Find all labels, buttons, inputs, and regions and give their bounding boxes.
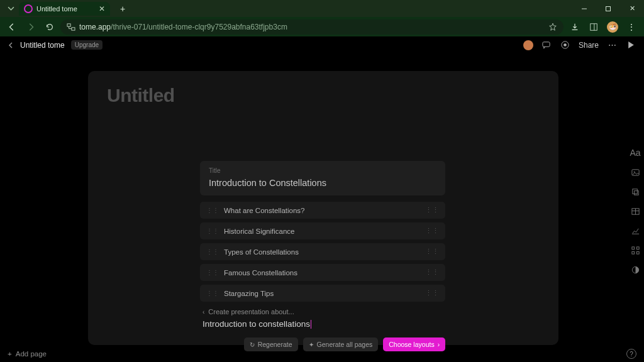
help-button[interactable]: ? bbox=[626, 349, 636, 359]
side-panel-icon[interactable] bbox=[585, 18, 602, 36]
section-item[interactable]: ⋮⋮Stargazing Tips⋮⋮ bbox=[200, 285, 445, 302]
content-area: Untitled Aa Title Introduction to Conste… bbox=[0, 53, 644, 362]
bookmark-icon[interactable] bbox=[548, 23, 557, 31]
comments-icon[interactable] bbox=[541, 40, 552, 51]
chrome-titlebar: Untitled tome ✕ + ✕ bbox=[0, 0, 644, 17]
chrome-toolbar: tome.app/thrive-071/untitled-tome-clqr9y… bbox=[0, 17, 644, 36]
chevron-left-icon: ‹ bbox=[203, 309, 204, 315]
section-item[interactable]: ⋮⋮What are Constellations?⋮⋮ bbox=[200, 202, 445, 219]
text-tool-icon[interactable]: Aa bbox=[630, 148, 640, 158]
window-close-button[interactable]: ✕ bbox=[620, 0, 644, 17]
svg-point-10 bbox=[564, 43, 567, 47]
svg-rect-2 bbox=[67, 23, 70, 26]
title-field-label: Title bbox=[209, 167, 436, 174]
title-card[interactable]: Title Introduction to Constellations bbox=[200, 161, 445, 195]
svg-rect-18 bbox=[631, 247, 634, 250]
section-list: ⋮⋮What are Constellations?⋮⋮ ⋮⋮Historica… bbox=[200, 202, 445, 302]
profile-avatar[interactable]: 🍜 bbox=[604, 18, 621, 36]
drag-handle-icon[interactable]: ⋮⋮ bbox=[206, 290, 219, 297]
downloads-icon[interactable] bbox=[566, 18, 584, 36]
chrome-menu-icon[interactable]: ⋮ bbox=[623, 18, 640, 36]
add-page-button[interactable]: + Add page bbox=[8, 350, 47, 358]
svg-rect-21 bbox=[636, 251, 639, 254]
generator-panel: Title Introduction to Constellations ⋮⋮W… bbox=[200, 161, 445, 351]
table-tool-icon[interactable] bbox=[631, 207, 640, 216]
section-item[interactable]: ⋮⋮Famous Constellations⋮⋮ bbox=[200, 264, 445, 281]
text-cursor bbox=[311, 320, 311, 329]
app-header: Untitled tome Upgrade Share ⋯ bbox=[0, 36, 644, 53]
svg-rect-1 bbox=[606, 6, 611, 11]
document-title[interactable]: Untitled tome bbox=[20, 41, 65, 50]
browser-tab[interactable]: Untitled tome ✕ bbox=[19, 2, 110, 16]
nav-back-button[interactable] bbox=[4, 19, 20, 35]
new-tab-button[interactable]: + bbox=[115, 1, 130, 16]
share-button[interactable]: Share bbox=[579, 41, 599, 50]
present-icon[interactable] bbox=[625, 40, 636, 51]
app-back-button[interactable] bbox=[8, 42, 14, 48]
grip-icon[interactable]: ⋮⋮ bbox=[425, 206, 439, 214]
tab-title: Untitled tome bbox=[36, 5, 95, 13]
section-item[interactable]: ⋮⋮Historical Significance⋮⋮ bbox=[200, 222, 445, 239]
svg-rect-13 bbox=[632, 189, 637, 194]
site-info-icon[interactable] bbox=[67, 23, 75, 31]
chart-tool-icon[interactable] bbox=[631, 226, 640, 236]
svg-rect-14 bbox=[634, 191, 638, 195]
user-avatar[interactable] bbox=[523, 40, 533, 50]
theme-tool-icon[interactable] bbox=[631, 265, 640, 275]
drag-handle-icon[interactable]: ⋮⋮ bbox=[206, 248, 219, 255]
grip-icon[interactable]: ⋮⋮ bbox=[425, 289, 439, 297]
slide-title[interactable]: Untitled bbox=[107, 85, 540, 106]
apps-tool-icon[interactable] bbox=[631, 246, 640, 255]
svg-rect-20 bbox=[631, 251, 634, 254]
url-text: tome.app/thrive-071/untitled-tome-clqr9y… bbox=[79, 23, 287, 31]
section-item[interactable]: ⋮⋮Types of Constellations⋮⋮ bbox=[200, 243, 445, 260]
right-toolbar: Aa bbox=[626, 148, 644, 275]
svg-rect-19 bbox=[636, 247, 639, 250]
drag-handle-icon[interactable]: ⋮⋮ bbox=[206, 269, 219, 276]
svg-rect-6 bbox=[591, 23, 597, 30]
tome-favicon bbox=[24, 4, 33, 13]
record-icon[interactable] bbox=[560, 40, 571, 51]
svg-rect-3 bbox=[72, 27, 75, 30]
app-footer: + Add page ? bbox=[0, 346, 644, 362]
grip-icon[interactable]: ⋮⋮ bbox=[425, 227, 439, 235]
svg-rect-8 bbox=[543, 42, 550, 47]
prompt-text[interactable]: Introduction to constellations bbox=[200, 319, 445, 329]
address-bar[interactable]: tome.app/thrive-071/untitled-tome-clqr9y… bbox=[60, 19, 564, 35]
drag-handle-icon[interactable]: ⋮⋮ bbox=[206, 228, 219, 234]
nav-forward-button[interactable] bbox=[23, 19, 39, 35]
more-menu-icon[interactable]: ⋯ bbox=[606, 40, 618, 51]
back-to-prompt-button[interactable]: ‹ Create presentation about... bbox=[200, 308, 445, 315]
plus-icon: + bbox=[8, 350, 12, 358]
title-field-value[interactable]: Introduction to Constellations bbox=[209, 178, 436, 188]
grip-icon[interactable]: ⋮⋮ bbox=[425, 248, 439, 256]
chrome-search-tabs-button[interactable] bbox=[4, 0, 18, 17]
grip-icon[interactable]: ⋮⋮ bbox=[425, 268, 439, 277]
window-minimize-button[interactable] bbox=[572, 0, 596, 17]
upgrade-button[interactable]: Upgrade bbox=[71, 40, 103, 50]
image-tool-icon[interactable] bbox=[631, 168, 640, 177]
shape-tool-icon[interactable] bbox=[631, 187, 640, 197]
window-maximize-button[interactable] bbox=[596, 0, 620, 17]
drag-handle-icon[interactable]: ⋮⋮ bbox=[206, 207, 219, 214]
close-tab-icon[interactable]: ✕ bbox=[99, 4, 105, 13]
nav-reload-button[interactable] bbox=[42, 19, 58, 35]
